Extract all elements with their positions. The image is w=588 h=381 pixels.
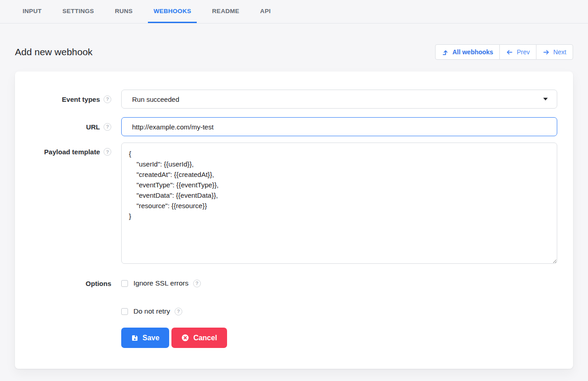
prev-button[interactable]: Prev bbox=[499, 44, 536, 60]
help-icon[interactable]: ? bbox=[193, 280, 201, 287]
do-not-retry-label: Do not retry bbox=[133, 307, 170, 315]
cancel-label: Cancel bbox=[193, 334, 217, 342]
x-circle-icon bbox=[181, 334, 189, 342]
help-icon[interactable]: ? bbox=[104, 95, 111, 103]
page-header: Add new webhook All webhooks Prev bbox=[15, 44, 573, 60]
url-label: URL bbox=[86, 123, 100, 131]
event-types-select[interactable]: Run succeeded bbox=[121, 90, 557, 109]
page-title: Add new webhook bbox=[15, 47, 93, 57]
save-label: Save bbox=[142, 334, 159, 342]
tab-bar: INPUT SETTINGS RUNS WEBHOOKS README API bbox=[0, 0, 588, 24]
webhook-nav-buttons: All webhooks Prev Next bbox=[435, 44, 573, 60]
tab-settings[interactable]: SETTINGS bbox=[57, 0, 100, 23]
help-icon[interactable]: ? bbox=[104, 148, 111, 156]
do-not-retry-checkbox[interactable] bbox=[121, 308, 128, 315]
tab-api[interactable]: API bbox=[255, 0, 276, 23]
tab-readme[interactable]: README bbox=[207, 0, 245, 23]
all-webhooks-button[interactable]: All webhooks bbox=[435, 44, 500, 60]
next-label: Next bbox=[553, 48, 566, 56]
prev-label: Prev bbox=[517, 48, 530, 56]
payload-template-textarea[interactable]: { "userId": {{userId}}, "createdAt": {{c… bbox=[121, 143, 557, 264]
cancel-button[interactable]: Cancel bbox=[171, 328, 227, 348]
next-button[interactable]: Next bbox=[536, 44, 573, 60]
save-button[interactable]: Save bbox=[121, 328, 169, 348]
tab-runs[interactable]: RUNS bbox=[109, 0, 138, 23]
url-input[interactable] bbox=[121, 117, 557, 136]
tab-input[interactable]: INPUT bbox=[17, 0, 47, 23]
event-types-row: Event types ? Run succeeded bbox=[15, 90, 557, 109]
ignore-ssl-errors-checkbox[interactable] bbox=[121, 280, 128, 287]
arrow-up-from-line-icon bbox=[442, 49, 449, 56]
actions-row: Save Cancel bbox=[15, 328, 557, 348]
event-types-selected-value: Run succeeded bbox=[132, 95, 179, 103]
chevron-down-icon bbox=[543, 98, 548, 100]
options-row-ssl: Options Ignore SSL errors ? bbox=[15, 279, 557, 287]
all-webhooks-label: All webhooks bbox=[452, 48, 493, 56]
help-icon[interactable]: ? bbox=[175, 308, 182, 315]
webhook-form-card: Event types ? Run succeeded URL ? Payloa… bbox=[15, 71, 573, 369]
options-row-retry: Do not retry ? bbox=[15, 307, 557, 315]
help-icon[interactable]: ? bbox=[104, 123, 111, 131]
ignore-ssl-errors-label: Ignore SSL errors bbox=[133, 279, 189, 287]
floppy-disk-icon bbox=[131, 334, 138, 342]
tab-webhooks[interactable]: WEBHOOKS bbox=[148, 0, 196, 23]
payload-template-label: Payload template bbox=[44, 148, 100, 156]
url-row: URL ? bbox=[15, 117, 557, 136]
event-types-label: Event types bbox=[62, 95, 100, 103]
arrow-left-icon bbox=[506, 49, 513, 56]
payload-template-row: Payload template ? { "userId": {{userId}… bbox=[15, 143, 557, 266]
options-label: Options bbox=[85, 280, 111, 287]
arrow-right-icon bbox=[543, 49, 550, 56]
